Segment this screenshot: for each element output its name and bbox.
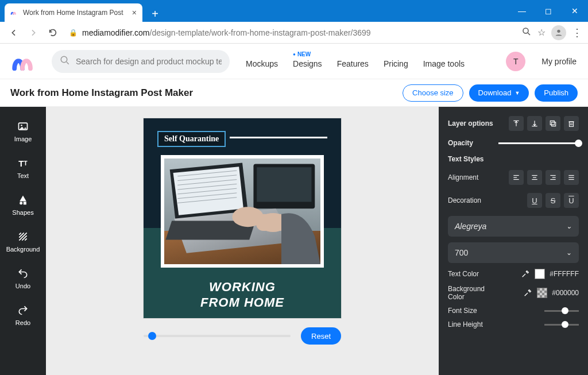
font-weight-select[interactable]: 700⌄ (448, 242, 579, 263)
search-in-page-icon[interactable] (521, 26, 532, 39)
svg-rect-7 (24, 202, 26, 204)
design-canvas[interactable]: Self Quarantine (144, 118, 341, 318)
choose-size-button[interactable]: Choose size (403, 84, 463, 102)
bookmark-icon[interactable]: ☆ (537, 27, 546, 38)
canvas-badge-text[interactable]: Self Quarantine (157, 131, 226, 147)
canvas-photo[interactable] (161, 155, 324, 268)
tool-text[interactable]: TTText (0, 152, 46, 185)
left-toolbar: Image TTText Shapes Background Undo Redo (0, 107, 46, 375)
tool-redo[interactable]: Redo (0, 299, 46, 332)
font-size-slider[interactable] (544, 310, 579, 312)
nav-image-tools[interactable]: Image tools (423, 59, 465, 68)
align-center-icon[interactable] (527, 170, 542, 185)
kebab-menu-icon[interactable]: ⋮ (572, 26, 582, 39)
alignment-label: Alignment (448, 173, 478, 181)
address-bar[interactable]: 🔒 mediamodifier.com/design-template/work… (64, 25, 518, 41)
eyedropper-icon[interactable] (521, 269, 530, 279)
align-top-icon[interactable] (509, 116, 524, 131)
nav-designs[interactable]: NEW Designs (293, 59, 322, 68)
opacity-knob[interactable] (575, 140, 582, 147)
image-icon (17, 121, 29, 132)
nav-features[interactable]: Features (337, 59, 369, 68)
publish-button[interactable]: Publish (535, 84, 578, 102)
download-button[interactable]: Download▼ (469, 84, 529, 102)
text-color-label: Text Color (448, 270, 479, 278)
forward-button[interactable] (25, 25, 41, 41)
close-tab-icon[interactable]: × (132, 8, 137, 17)
overline-icon[interactable]: U (564, 193, 579, 208)
svg-rect-10 (257, 167, 311, 202)
search-input[interactable] (76, 57, 222, 66)
background-icon (17, 231, 29, 242)
reset-button[interactable]: Reset (301, 327, 341, 345)
logo-icon[interactable] (11, 50, 41, 73)
editor: Image TTText Shapes Background Undo Redo… (0, 107, 588, 375)
svg-rect-31 (550, 121, 554, 125)
align-bottom-icon[interactable] (527, 116, 542, 131)
svg-point-4 (21, 125, 22, 126)
tool-image[interactable]: Image (0, 115, 46, 148)
search-field[interactable] (52, 50, 230, 73)
tool-shapes[interactable]: Shapes (0, 188, 46, 222)
zoom-slider-knob[interactable] (148, 332, 156, 340)
opacity-slider[interactable] (498, 142, 579, 144)
nav-links: Mockups NEW Designs Features Pricing Ima… (246, 44, 465, 79)
browser-tab[interactable]: Work from Home Instagram Post × (5, 3, 142, 22)
maximize-button[interactable]: ◻ (535, 0, 562, 22)
slider-knob[interactable] (562, 307, 568, 314)
avatar[interactable]: T (506, 52, 525, 71)
lock-icon: 🔒 (69, 29, 78, 37)
chevron-down-icon: ⌄ (566, 249, 572, 257)
undo-icon (17, 268, 29, 279)
tool-undo[interactable]: Undo (0, 262, 46, 295)
align-right-icon[interactable] (546, 170, 560, 185)
page-title-row: Work from Home Instagram Post Maker Choo… (0, 79, 588, 107)
favicon-icon (10, 9, 18, 17)
minimize-button[interactable]: — (509, 0, 535, 22)
svg-rect-32 (570, 122, 574, 126)
nav-pricing[interactable]: Pricing (384, 59, 408, 68)
bg-color-value: #000000 (552, 289, 579, 297)
profile-link[interactable]: My profile (541, 57, 577, 66)
align-justify-icon[interactable] (564, 170, 579, 185)
text-color-value: #FFFFFF (550, 270, 579, 278)
canvas-headline[interactable]: WORKING FROM HOME (144, 280, 341, 310)
opacity-label: Opacity (448, 139, 473, 147)
slider-knob[interactable] (562, 321, 568, 328)
browser-toolbar: 🔒 mediamodifier.com/design-template/work… (0, 22, 588, 44)
delete-icon[interactable] (564, 116, 579, 131)
chevron-down-icon: ⌄ (566, 222, 572, 230)
align-left-icon[interactable] (509, 170, 524, 185)
reload-button[interactable] (45, 25, 61, 41)
browser-titlebar: Work from Home Instagram Post × + — ◻ ✕ (0, 0, 588, 22)
chevron-down-icon: ▼ (514, 90, 520, 96)
svg-point-2 (61, 56, 67, 63)
duplicate-icon[interactable] (546, 116, 560, 131)
shapes-icon (17, 194, 29, 206)
close-window-button[interactable]: ✕ (562, 0, 588, 22)
profile-chrome-icon[interactable] (551, 25, 566, 40)
eyedropper-icon[interactable] (523, 288, 532, 297)
bg-color-label: Background Color (448, 285, 494, 301)
nav-mockups[interactable]: Mockups (246, 59, 278, 68)
underline-icon[interactable]: U (527, 193, 542, 208)
page-title: Work from Home Instagram Post Maker (10, 87, 397, 99)
new-badge: NEW (293, 51, 311, 57)
svg-point-1 (557, 29, 560, 32)
font-size-label: Font Size (448, 307, 477, 315)
font-family-select[interactable]: Alegreya⌄ (448, 216, 579, 237)
window-controls: — ◻ ✕ (509, 0, 588, 22)
text-color-swatch[interactable] (535, 269, 545, 279)
zoom-slider[interactable] (144, 335, 291, 337)
new-tab-button[interactable]: + (147, 6, 163, 22)
zoom-controls: Reset (144, 327, 341, 345)
line-height-slider[interactable] (544, 324, 579, 326)
tool-background[interactable]: Background (0, 225, 46, 258)
bg-color-swatch[interactable] (537, 288, 547, 298)
redo-icon (17, 304, 29, 316)
canvas-area: Self Quarantine (46, 107, 439, 375)
back-button[interactable] (6, 25, 22, 41)
canvas-divider-line (230, 137, 327, 138)
url-text: mediamodifier.com/design-template/work-f… (82, 28, 371, 37)
strikethrough-icon[interactable]: S (546, 193, 560, 208)
